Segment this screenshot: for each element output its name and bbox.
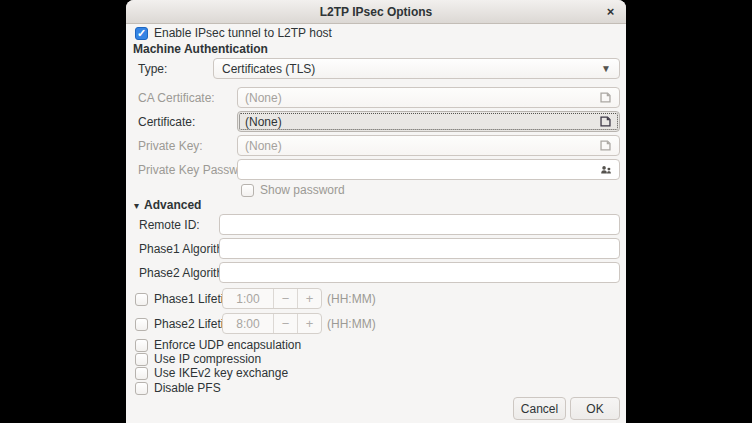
phase1-lifetime-hint: (HH:MM)	[327, 292, 376, 306]
certificate-value: (None)	[245, 115, 599, 129]
ip-compression-label: Use IP compression	[154, 352, 261, 366]
checkbox-unchecked-icon[interactable]	[135, 353, 148, 366]
cancel-button[interactable]: Cancel	[513, 397, 566, 420]
checkbox-unchecked-icon[interactable]	[135, 293, 148, 306]
chevron-down-icon: ▼	[601, 63, 611, 74]
phase1-lifetime-spinner[interactable]: 1:00 − +	[222, 288, 322, 309]
spinner-plus-button[interactable]: +	[297, 289, 321, 308]
enforce-udp-checkbox[interactable]: Enforce UDP encapsulation	[135, 338, 301, 352]
private-key-password-input[interactable]	[237, 159, 620, 180]
type-label: Type:	[138, 62, 167, 76]
advanced-heading: Advanced	[144, 198, 201, 212]
remote-id-input[interactable]	[219, 214, 620, 235]
enable-ipsec-label: Enable IPsec tunnel to L2TP host	[154, 26, 332, 40]
show-password-checkbox[interactable]: Show password	[241, 183, 345, 197]
private-key-label: Private Key:	[138, 139, 203, 153]
phase2-algorithms-input[interactable]	[219, 262, 620, 283]
phase2-lifetime-spinner[interactable]: 8:00 − +	[222, 313, 322, 334]
phase2-lifetime-value[interactable]: 8:00	[223, 314, 273, 333]
phase1-lifetime-value[interactable]: 1:00	[223, 289, 273, 308]
ca-certificate-label: CA Certificate:	[138, 91, 215, 105]
enable-ipsec-checkbox[interactable]: ✓ Enable IPsec tunnel to L2TP host	[135, 26, 332, 40]
expander-arrow-icon: ▾	[134, 200, 139, 211]
phase1-algorithms-input[interactable]	[219, 238, 620, 259]
spinner-plus-button[interactable]: +	[297, 314, 321, 333]
machine-auth-heading: Machine Authentication	[133, 42, 268, 56]
spinner-minus-button[interactable]: −	[273, 314, 297, 333]
show-password-label: Show password	[260, 183, 345, 197]
document-icon	[599, 139, 612, 152]
ikev2-label: Use IKEv2 key exchange	[154, 366, 288, 380]
l2tp-ipsec-options-dialog: L2TP IPsec Options × ✓ Enable IPsec tunn…	[126, 0, 626, 423]
type-combobox-value: Certificates (TLS)	[222, 62, 601, 76]
ok-button[interactable]: OK	[570, 397, 620, 420]
disable-pfs-label: Disable PFS	[154, 381, 221, 395]
remote-id-label: Remote ID:	[139, 218, 200, 232]
certificate-label: Certificate:	[138, 115, 195, 129]
private-key-filechooser[interactable]: (None)	[237, 135, 620, 156]
window-title: L2TP IPsec Options	[320, 5, 432, 19]
disable-pfs-checkbox[interactable]: Disable PFS	[135, 381, 221, 395]
private-key-value: (None)	[245, 139, 599, 153]
document-icon	[599, 115, 612, 128]
advanced-expander[interactable]: ▾ Advanced	[134, 198, 201, 212]
checkbox-unchecked-icon[interactable]	[135, 339, 148, 352]
password-options-icon[interactable]	[600, 163, 613, 176]
type-combobox[interactable]: Certificates (TLS) ▼	[213, 58, 620, 79]
certificate-filechooser[interactable]: (None)	[237, 111, 620, 132]
private-key-password-wrap	[237, 159, 620, 180]
ca-certificate-filechooser[interactable]: (None)	[237, 87, 620, 108]
enforce-udp-label: Enforce UDP encapsulation	[154, 338, 301, 352]
checkbox-unchecked-icon[interactable]	[135, 318, 148, 331]
checkbox-checked-icon[interactable]: ✓	[135, 27, 148, 40]
checkbox-unchecked-icon[interactable]	[135, 367, 148, 380]
spinner-minus-button[interactable]: −	[273, 289, 297, 308]
phase2-lifetime-hint: (HH:MM)	[327, 317, 376, 331]
checkbox-unchecked-icon[interactable]	[135, 382, 148, 395]
ca-certificate-value: (None)	[245, 91, 599, 105]
document-icon	[599, 91, 612, 104]
titlebar[interactable]: L2TP IPsec Options ×	[126, 0, 626, 24]
ikev2-checkbox[interactable]: Use IKEv2 key exchange	[135, 366, 288, 380]
close-icon[interactable]: ×	[601, 2, 620, 21]
ip-compression-checkbox[interactable]: Use IP compression	[135, 352, 261, 366]
checkbox-unchecked-icon[interactable]	[241, 184, 254, 197]
